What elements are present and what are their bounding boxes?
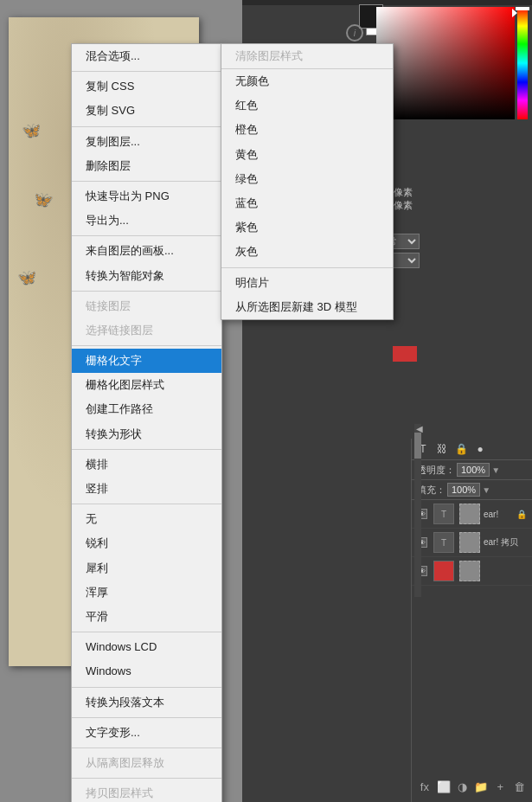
- opacity-dropdown-icon[interactable]: ▼: [491, 465, 500, 475]
- menu-divider-13: [72, 778, 221, 779]
- menu-item-release: 从隔离图层释放: [72, 751, 221, 775]
- menu-item-rasterize-style[interactable]: 栅格化图层样式: [72, 373, 221, 397]
- menu-divider-7: [72, 449, 221, 450]
- adjustment-layer-icon[interactable]: ◑: [455, 778, 471, 795]
- layer-item[interactable]: 👁 T ear! 拷贝: [412, 529, 532, 557]
- scroll-left-icon[interactable]: ◀: [416, 424, 423, 433]
- layer-item[interactable]: 👁: [412, 557, 532, 586]
- chain-icon[interactable]: ⛓: [434, 441, 450, 457]
- submenu-item-blue[interactable]: 蓝色: [221, 191, 393, 215]
- menu-item-windows-lcd[interactable]: Windows LCD: [72, 635, 221, 659]
- menu-item-link-layers: 链接图层: [72, 294, 221, 318]
- menu-item-artboard[interactable]: 来自图层的画板...: [72, 239, 221, 263]
- menu-item-vertical[interactable]: 竖排: [72, 477, 221, 501]
- fill-dropdown-icon[interactable]: ▼: [482, 485, 490, 495]
- scroll-thumb[interactable]: [414, 433, 421, 459]
- menu-item-windows[interactable]: Windows: [72, 659, 221, 683]
- menu-divider-5: [72, 291, 221, 292]
- scroll-bar: [414, 424, 421, 597]
- menu-divider: [72, 71, 221, 72]
- menu-item-convert-paragraph[interactable]: 转换为段落文本: [72, 690, 221, 715]
- butterfly-decoration-3: 🦋: [17, 268, 36, 287]
- menu-divider-2: [72, 126, 221, 127]
- menu-divider-3: [72, 181, 221, 182]
- opacity-label: 透明度：: [417, 464, 455, 477]
- submenu-item-red[interactable]: 红色: [221, 93, 393, 118]
- menu-divider-11: [72, 717, 221, 718]
- menu-item-copy-style: 拷贝图层样式: [72, 781, 221, 802]
- menu-divider-10: [72, 687, 221, 688]
- menu-item-blend-options[interactable]: 混合选项...: [72, 44, 221, 68]
- submenu-item-no-color[interactable]: 无颜色: [221, 69, 393, 93]
- layer-name: ear!: [484, 510, 498, 519]
- menu-divider-9: [72, 632, 221, 632]
- layer-thumbnail: T: [433, 504, 454, 524]
- layer-name-2: ear! 拷贝: [484, 536, 518, 549]
- submenu: 清除图层样式 无颜色 红色 橙色 黄色 绿色 蓝色 紫色 灰色 明信片 从所选图…: [221, 43, 394, 320]
- menu-item-horizontal[interactable]: 横排: [72, 452, 221, 477]
- submenu-divider: [221, 267, 393, 268]
- menu-item-export-png[interactable]: 快速导出为 PNG: [72, 184, 221, 209]
- opacity-value[interactable]: 100%: [457, 463, 490, 477]
- menu-item-smooth[interactable]: 平滑: [72, 605, 221, 629]
- menu-item-convert-shape[interactable]: 转换为形状: [72, 422, 221, 446]
- layer-thumbnail-3: [433, 561, 454, 581]
- submenu-item-orange[interactable]: 橙色: [221, 118, 393, 142]
- submenu-item-green[interactable]: 绿色: [221, 167, 393, 191]
- menu-divider-6: [72, 345, 221, 346]
- menu-divider-8: [72, 504, 221, 504]
- menu-item-copy-svg[interactable]: 复制 SVG: [72, 99, 221, 123]
- layers-panel: T ⛓ 🔒 ● 透明度： 100% ▼ 填充： 100% ▼ 👁 T ear! …: [411, 439, 532, 802]
- menu-item-delete-layer[interactable]: 删除图层: [72, 154, 221, 178]
- layer-style-icon[interactable]: fx: [417, 778, 433, 795]
- menu-item-none[interactable]: 无: [72, 507, 221, 531]
- menu-divider-12: [72, 747, 221, 748]
- color-indicator: [393, 346, 417, 362]
- new-layer-icon[interactable]: +: [492, 778, 508, 795]
- info-icon[interactable]: i: [346, 24, 363, 42]
- layer-mask-thumb: [459, 504, 480, 524]
- menu-item-sharp[interactable]: 锐利: [72, 531, 221, 555]
- butterfly-decoration-2: 🦋: [35, 190, 54, 209]
- fill-row: 填充： 100% ▼: [412, 480, 532, 500]
- menu-item-export-as[interactable]: 导出为...: [72, 209, 221, 233]
- menu-item-rasterize-type[interactable]: 栅格化文字: [72, 349, 221, 373]
- layer-thumbnail-2: T: [433, 532, 454, 553]
- submenu-item-yellow[interactable]: 黄色: [221, 143, 393, 167]
- menu-item-strong[interactable]: 浑厚: [72, 581, 221, 605]
- layers-icons-row: T ⛓ 🔒 ●: [412, 439, 532, 460]
- hue-slider[interactable]: [517, 7, 528, 119]
- submenu-item-gray[interactable]: 灰色: [221, 240, 393, 264]
- menu-item-warp-text[interactable]: 文字变形...: [72, 721, 221, 745]
- submenu-item-postcard[interactable]: 明信片: [221, 271, 393, 295]
- layers-bottom-toolbar: fx ⬜ ◑ 📁 + 🗑: [412, 774, 532, 799]
- context-menu: 混合选项... 复制 CSS 复制 SVG 复制图层... 删除图层 快速导出为…: [71, 43, 222, 802]
- menu-item-create-path[interactable]: 创建工作路径: [72, 397, 221, 421]
- menu-divider-4: [72, 235, 221, 236]
- butterfly-decoration: 🦋: [22, 121, 41, 140]
- menu-item-copy-css[interactable]: 复制 CSS: [72, 74, 221, 99]
- hue-slider-thumb: [516, 7, 529, 10]
- layer-mask-thumb-3: [459, 561, 480, 581]
- add-mask-icon[interactable]: ⬜: [436, 778, 452, 795]
- hue-indicator: [512, 9, 517, 17]
- menu-item-convert-smart[interactable]: 转换为智能对象: [72, 264, 221, 288]
- menu-item-duplicate-layer[interactable]: 复制图层...: [72, 130, 221, 154]
- group-icon[interactable]: 📁: [473, 778, 489, 795]
- lock-icon[interactable]: 🔒: [453, 441, 469, 457]
- submenu-item-new-3d[interactable]: 从所选图层新建 3D 模型: [221, 295, 393, 319]
- delete-layer-icon[interactable]: 🗑: [511, 778, 527, 795]
- fill-value[interactable]: 100%: [447, 483, 480, 497]
- layer-mask-thumb-2: [459, 532, 480, 553]
- dot-icon[interactable]: ●: [472, 441, 488, 457]
- layer-lock: 🔒: [516, 510, 527, 519]
- opacity-row: 透明度： 100% ▼: [412, 460, 532, 480]
- menu-item-select-linked: 选择链接图层: [72, 318, 221, 343]
- menu-item-crisp[interactable]: 犀利: [72, 556, 221, 581]
- layer-item[interactable]: 👁 T ear! 🔒: [412, 500, 532, 529]
- color-gradient-picker[interactable]: [376, 7, 515, 119]
- submenu-item-purple[interactable]: 紫色: [221, 215, 393, 240]
- submenu-header: 清除图层样式: [221, 44, 393, 69]
